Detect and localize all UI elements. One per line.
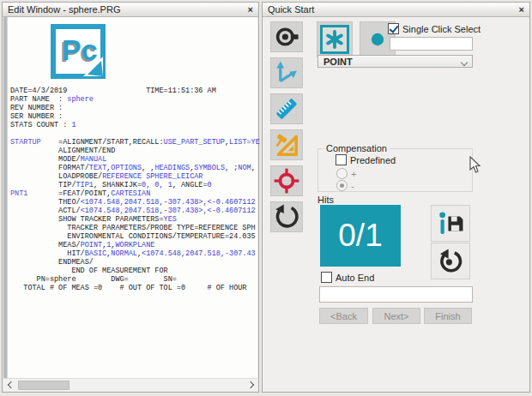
quick-start-title: Quick Start xyxy=(268,4,314,15)
app-screen: Edit Window - sphere.PRG × Pc Pc DATE=4/… xyxy=(0,0,532,396)
predefined-row: Predefined xyxy=(336,154,396,165)
alignment-button[interactable] xyxy=(270,57,303,88)
alignment-axes-icon xyxy=(273,59,300,87)
probe-feature-icon xyxy=(273,23,300,51)
ruler-icon xyxy=(273,95,300,123)
take-hit-button[interactable] xyxy=(431,205,470,242)
chevron-down-icon xyxy=(462,57,467,67)
measured-feature-button[interactable] xyxy=(270,21,303,52)
feature-type-value: POINT xyxy=(323,57,353,67)
auto-end-checkbox[interactable] xyxy=(321,272,332,283)
scroll-right-button[interactable] xyxy=(245,379,257,392)
back-button-label: <Back xyxy=(330,311,357,321)
next-button[interactable]: Next> xyxy=(372,308,420,324)
single-click-select-checkbox[interactable] xyxy=(388,23,399,34)
predefined-checkbox[interactable] xyxy=(336,154,347,165)
dimension-button[interactable] xyxy=(270,93,303,124)
undo-circle-icon xyxy=(437,248,464,275)
comp-plus-row: + xyxy=(336,168,356,179)
probe-save-icon xyxy=(436,209,465,238)
edit-window: Edit Window - sphere.PRG × Pc Pc DATE=4/… xyxy=(2,2,259,393)
edit-window-title: Edit Window - sphere.PRG xyxy=(8,4,120,15)
compensation-label: Compensation xyxy=(323,143,390,153)
single-click-select-label: Single Click Select xyxy=(402,24,481,34)
tools-setsquare-icon xyxy=(273,131,300,159)
hits-input[interactable] xyxy=(319,286,473,303)
filter-input[interactable] xyxy=(390,37,473,51)
scroll-left-button[interactable] xyxy=(3,379,16,392)
auto-end-row: Auto End xyxy=(321,272,374,283)
hits-label: Hits xyxy=(317,195,334,205)
auto-end-label: Auto End xyxy=(336,273,374,283)
edit-window-close-button[interactable]: × xyxy=(248,5,253,15)
quick-start-body: Single Click Select POINT Compensation P… xyxy=(263,17,529,391)
quick-start-titlebar[interactable]: Quick Start × xyxy=(263,3,529,17)
crosshair-target-icon xyxy=(273,167,300,195)
edit-window-titlebar[interactable]: Edit Window - sphere.PRG × xyxy=(3,3,258,17)
edit-window-left-scrollbar[interactable] xyxy=(3,17,8,378)
comp-minus-label: - xyxy=(351,181,354,191)
edit-window-hscrollbar[interactable] xyxy=(3,378,257,391)
reset-hits-button[interactable] xyxy=(431,243,470,279)
point-circle-icon xyxy=(366,28,389,51)
predefined-label: Predefined xyxy=(350,155,396,165)
finish-button-label: Finish xyxy=(435,311,460,321)
rotate-button[interactable] xyxy=(270,201,303,232)
back-button[interactable]: <Back xyxy=(319,308,368,324)
hscrollbar-thumb[interactable] xyxy=(18,381,70,390)
svg-text:Pc: Pc xyxy=(62,33,98,66)
compensation-groupbox: Compensation Predefined + - xyxy=(317,148,473,192)
comp-minus-row: - xyxy=(336,180,354,191)
feature-type-dropdown[interactable]: POINT xyxy=(317,55,473,68)
pcdmis-logo-icon: Pc Pc xyxy=(51,24,106,79)
next-button-label: Next> xyxy=(384,311,408,321)
comp-plus-radio[interactable] xyxy=(336,168,348,179)
asterisk-icon xyxy=(323,28,346,51)
chevron-left-icon xyxy=(7,381,14,388)
comp-plus-label: + xyxy=(351,169,356,179)
hits-counter-value: 0/1 xyxy=(338,218,382,254)
single-click-select-row: Single Click Select xyxy=(388,23,481,34)
quick-start-panel: Quick Start × xyxy=(262,2,530,393)
chevron-right-icon xyxy=(246,381,253,388)
code-area[interactable]: DATE=4/3/2019 TIME=11:51:36 AMPART NAME … xyxy=(10,87,256,292)
hits-counter: 0/1 xyxy=(320,205,401,267)
quick-start-close-button[interactable]: × xyxy=(519,5,524,15)
finish-button[interactable]: Finish xyxy=(424,308,472,324)
auto-feature-button[interactable] xyxy=(317,21,353,57)
calibration-button[interactable] xyxy=(270,129,303,160)
edit-window-body: Pc Pc DATE=4/3/2019 TIME=11:51:36 AMPART… xyxy=(3,17,257,391)
rotate-arrow-icon xyxy=(273,203,300,231)
comp-minus-radio[interactable] xyxy=(336,180,348,191)
target-button[interactable] xyxy=(270,165,303,196)
selected-frame xyxy=(320,25,349,54)
